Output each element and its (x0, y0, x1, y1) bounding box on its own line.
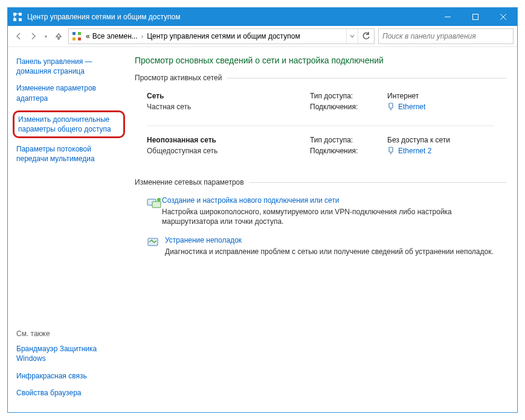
sidebar-item-media-streaming[interactable]: Параметры потоковой передачи мультимедиа (16, 144, 123, 164)
svg-rect-14 (389, 103, 393, 108)
titlebar: Центр управления сетями и общим доступом (8, 8, 517, 26)
up-button[interactable] (51, 29, 66, 43)
action-title: Создание и настройка нового подключения … (162, 196, 506, 205)
ethernet-icon (387, 103, 395, 111)
highlighted-annotation: Изменить дополнительные параметры общего… (13, 110, 125, 138)
action-title: Устранение неполадок (165, 236, 494, 244)
access-type-value: Без доступа к сети (387, 136, 450, 144)
change-settings-label: Изменение сетевых параметров (135, 178, 244, 186)
sidebar-item-home[interactable]: Панель управления — домашняя страница (16, 57, 123, 76)
breadcrumb-all-elements[interactable]: Все элемен... (91, 29, 139, 43)
control-panel-icon (71, 31, 82, 42)
access-type-value: Интернет (387, 92, 419, 100)
breadcrumb-current[interactable]: Центр управления сетями и общим доступом (146, 29, 301, 43)
minimize-button[interactable] (434, 8, 462, 26)
action-desc: Настройка широкополосного, коммутируемог… (162, 207, 506, 226)
access-type-label: Тип доступа: (310, 92, 387, 100)
address-dropdown[interactable] (346, 29, 358, 43)
new-connection-icon (147, 196, 162, 226)
divider (147, 126, 494, 126)
svg-point-20 (157, 198, 161, 202)
see-also-internet-options[interactable]: Свойства браузера (16, 388, 123, 398)
network-block: Сеть Частная сеть Тип доступа: Интернет … (135, 88, 506, 122)
connection-link[interactable]: Ethernet 2 (387, 147, 431, 155)
svg-rect-2 (13, 18, 16, 21)
divider (227, 78, 506, 78)
svg-rect-12 (72, 37, 76, 40)
svg-rect-19 (152, 202, 161, 208)
svg-rect-16 (389, 147, 393, 152)
address-bar[interactable]: « Все элемен... › Центр управления сетям… (68, 28, 375, 44)
maximize-button[interactable] (462, 8, 489, 26)
see-also-heading: См. также (16, 329, 123, 338)
connection-link[interactable]: Ethernet (387, 103, 425, 111)
close-button[interactable] (489, 8, 517, 26)
svg-rect-3 (19, 18, 22, 21)
network-name: Сеть (147, 92, 310, 100)
network-type: Общедоступная сеть (147, 147, 310, 155)
divider (249, 182, 506, 183)
svg-rect-7 (473, 14, 478, 20)
sidebar-item-advanced-sharing[interactable]: Изменить дополнительные параметры общего… (18, 115, 120, 134)
action-new-connection[interactable]: Создание и настройка нового подключения … (135, 192, 506, 232)
search-placeholder: Поиск в панели управления (382, 32, 476, 40)
svg-rect-11 (78, 32, 81, 35)
svg-rect-10 (72, 32, 76, 35)
connections-label: Подключения: (310, 147, 387, 155)
page-title: Просмотр основных сведений о сети и наст… (135, 56, 506, 65)
troubleshoot-icon (147, 236, 165, 256)
chevron-right-icon: › (139, 33, 146, 40)
see-also-firewall[interactable]: Брандмауэр Защитника Windows (16, 344, 123, 363)
search-input[interactable]: Поиск в панели управления (378, 28, 514, 44)
breadcrumb-prefix: « (85, 29, 91, 43)
window-title: Центр управления сетями и общим доступом (27, 13, 434, 21)
app-icon (13, 12, 22, 22)
see-also-infrared[interactable]: Инфракрасная связь (16, 371, 123, 381)
main-content: Просмотр основных сведений о сети и наст… (129, 47, 517, 412)
ethernet-icon (387, 147, 395, 155)
svg-rect-0 (13, 13, 16, 16)
back-button[interactable] (11, 29, 26, 43)
network-type: Частная сеть (147, 103, 310, 111)
refresh-button[interactable] (358, 29, 374, 43)
action-troubleshoot[interactable]: Устранение неполадок Диагностика и испра… (135, 232, 506, 262)
sidebar-item-adapter-settings[interactable]: Изменение параметров адаптера (16, 83, 123, 103)
access-type-label: Тип доступа: (310, 136, 387, 144)
connections-label: Подключения: (310, 103, 387, 111)
history-dropdown[interactable]: ▾ (42, 34, 50, 39)
action-desc: Диагностика и исправление проблем с сеть… (165, 247, 494, 256)
forward-button[interactable] (26, 29, 40, 43)
sidebar: Панель управления — домашняя страница Из… (8, 47, 129, 412)
network-block: Неопознанная сеть Общедоступная сеть Тип… (135, 132, 506, 166)
address-row: ▾ « Все элемен... › Центр управления сет… (8, 26, 517, 47)
active-networks-label: Просмотр активных сетей (135, 74, 222, 82)
svg-rect-13 (78, 37, 81, 40)
svg-rect-1 (19, 13, 22, 16)
network-name: Неопознанная сеть (147, 136, 310, 144)
